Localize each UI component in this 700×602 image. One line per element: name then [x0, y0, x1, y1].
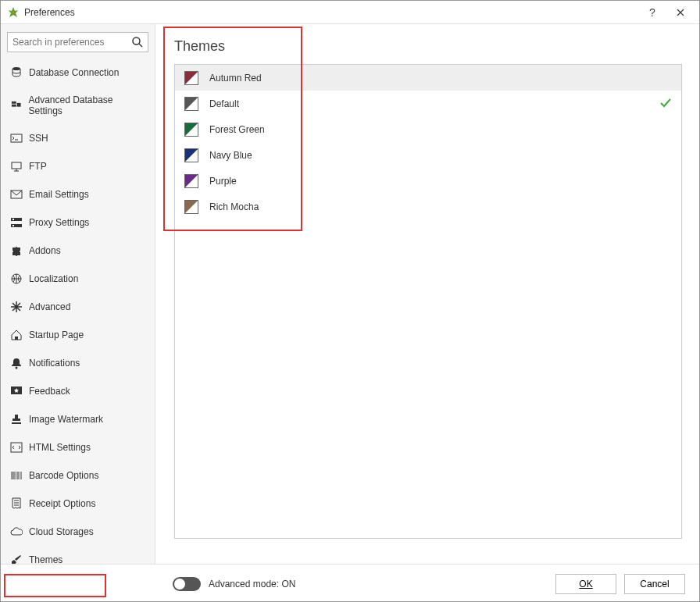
sidebar-item-label: Receipt Options [29, 498, 95, 509]
sidebar-item-ftp[interactable]: FTP [7, 152, 148, 180]
titlebar: Preferences ? [1, 1, 700, 24]
svg-rect-12 [12, 219, 14, 220]
cloud-icon [10, 525, 23, 538]
sidebar-item-label: Advanced [29, 301, 70, 312]
svg-rect-18 [12, 422, 21, 424]
ftp-icon [10, 160, 23, 173]
sidebar-item-label: Themes [29, 554, 62, 564]
globe-icon [10, 273, 23, 285]
sidebar-item-label: Cloud Storages [29, 526, 94, 537]
theme-label: Forest Green [209, 124, 265, 135]
svg-point-1 [133, 37, 140, 45]
terminal-icon [10, 132, 23, 144]
sidebar-item-label: Database Connection [29, 67, 119, 78]
search-input[interactable] [7, 32, 148, 52]
help-button[interactable]: ? [638, 2, 666, 23]
sidebar-item-receipt[interactable]: Receipt Options [7, 490, 148, 518]
svg-rect-7 [11, 134, 22, 142]
checkmark-icon [659, 97, 672, 112]
search-icon [131, 36, 144, 48]
theme-row-navy-blue[interactable]: Navy Blue [175, 142, 681, 168]
sidebar: Database Connection Advanced Database Se… [1, 24, 155, 564]
sidebar-item-label: Advanced Database Settings [28, 94, 145, 116]
mail-icon [10, 188, 23, 201]
theme-label: Purple [209, 176, 237, 187]
theme-row-forest-green[interactable]: Forest Green [175, 116, 681, 142]
window-title: Preferences [24, 7, 638, 18]
theme-swatch-icon [184, 148, 198, 162]
sidebar-item-html[interactable]: HTML Settings [7, 433, 148, 461]
sidebar-item-label: SSH [29, 133, 48, 144]
svg-rect-8 [12, 162, 21, 169]
sidebar-item-database-connection[interactable]: Database Connection [7, 59, 148, 87]
theme-swatch-icon [184, 174, 198, 188]
app-icon [7, 6, 20, 19]
svg-rect-13 [12, 225, 14, 226]
brush-icon [10, 554, 23, 564]
sidebar-item-label: Localization [29, 273, 78, 284]
home-icon [10, 329, 23, 341]
svg-point-3 [12, 67, 20, 70]
svg-point-16 [16, 367, 18, 369]
sidebar-item-themes[interactable]: Themes [7, 546, 148, 564]
theme-swatch-icon [184, 97, 198, 111]
database-icon [10, 66, 23, 79]
sidebar-item-startup[interactable]: Startup Page [7, 321, 148, 349]
svg-rect-15 [15, 337, 18, 340]
sidebar-item-advanced[interactable]: Advanced [7, 293, 148, 321]
bell-icon [10, 357, 23, 369]
footer: Advanced mode: ON OK Cancel [1, 564, 700, 602]
sidebar-item-notifications[interactable]: Notifications [7, 349, 148, 377]
sidebar-item-localization[interactable]: Localization [7, 265, 148, 293]
sidebar-item-advanced-database[interactable]: Advanced Database Settings [7, 87, 148, 124]
puzzle-icon [10, 244, 23, 257]
svg-rect-4 [12, 102, 16, 104]
sidebar-item-label: Startup Page [29, 329, 84, 340]
sidebar-item-label: Feedback [29, 386, 70, 397]
page-title: Themes [174, 38, 682, 55]
theme-listbox[interactable]: Autumn Red Default Forest Green Navy Blu… [174, 64, 682, 539]
theme-row-autumn-red[interactable]: Autumn Red [175, 65, 681, 91]
settings-advanced-icon [10, 99, 22, 112]
barcode-icon [10, 469, 23, 482]
sidebar-item-label: Proxy Settings [29, 217, 89, 228]
sidebar-item-label: HTML Settings [29, 442, 91, 453]
sidebar-item-email[interactable]: Email Settings [7, 180, 148, 208]
main-area: Database Connection Advanced Database Se… [1, 24, 700, 564]
sidebar-item-proxy[interactable]: Proxy Settings [7, 208, 148, 237]
svg-line-2 [139, 44, 142, 47]
asterisk-icon [10, 301, 23, 313]
theme-row-default[interactable]: Default [175, 91, 681, 116]
sidebar-item-label: Barcode Options [29, 470, 98, 481]
theme-label: Autumn Red [209, 73, 262, 84]
receipt-icon [10, 497, 23, 510]
star-icon [10, 385, 23, 397]
sidebar-item-watermark[interactable]: Image Watermark [7, 405, 148, 433]
close-button[interactable] [666, 2, 695, 23]
proxy-icon [10, 216, 23, 229]
stamp-icon [10, 413, 23, 426]
sidebar-item-barcode[interactable]: Barcode Options [7, 461, 148, 490]
sidebar-item-addons[interactable]: Addons [7, 237, 148, 265]
sidebar-item-cloud[interactable]: Cloud Storages [7, 518, 148, 546]
svg-point-0 [12, 11, 15, 13]
sidebar-item-label: Addons [29, 245, 61, 256]
theme-swatch-icon [184, 71, 198, 85]
content-pane: Themes Autumn Red Default Forest Green [155, 24, 700, 564]
theme-label: Navy Blue [209, 150, 252, 161]
sidebar-item-label: FTP [29, 161, 47, 172]
theme-label: Default [209, 98, 239, 109]
sidebar-item-feedback[interactable]: Feedback [7, 377, 148, 405]
svg-rect-6 [17, 103, 21, 107]
sidebar-item-label: Email Settings [29, 189, 89, 200]
theme-swatch-icon [184, 200, 198, 214]
theme-row-rich-mocha[interactable]: Rich Mocha [175, 194, 681, 219]
svg-rect-5 [12, 105, 16, 107]
advanced-mode-toggle[interactable] [173, 577, 201, 591]
theme-row-purple[interactable]: Purple [175, 168, 681, 194]
cancel-button[interactable]: Cancel [624, 574, 685, 594]
ok-button[interactable]: OK [555, 574, 616, 594]
search-wrapper [7, 32, 148, 52]
sidebar-item-label: Notifications [29, 358, 80, 369]
sidebar-item-ssh[interactable]: SSH [7, 124, 148, 152]
